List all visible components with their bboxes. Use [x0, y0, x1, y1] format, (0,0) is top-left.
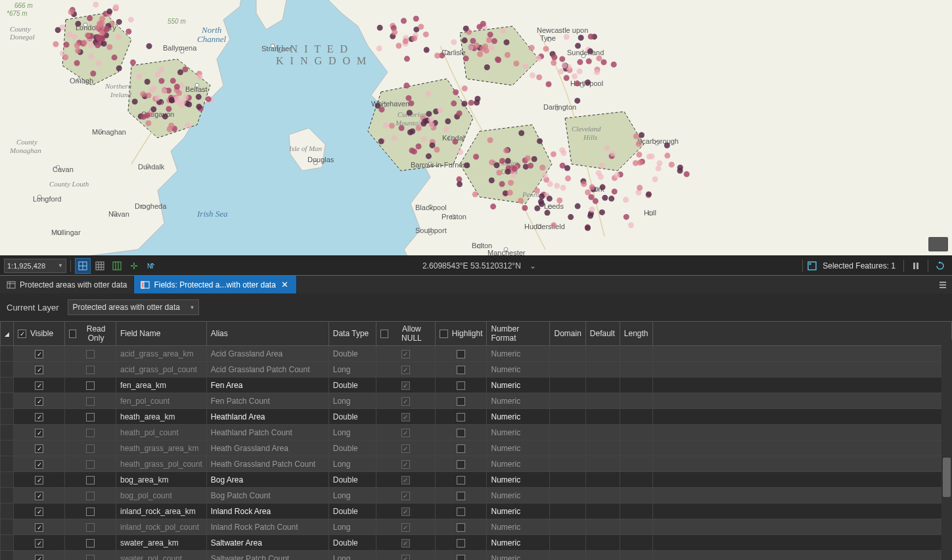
- header-field-name[interactable]: Field Name: [116, 322, 207, 346]
- cell-data-type[interactable]: Double: [329, 377, 376, 393]
- checkbox[interactable]: [35, 444, 43, 453]
- cell-field-name[interactable]: inland_rock_pol_count: [116, 519, 207, 535]
- cell-data-type[interactable]: Long: [329, 393, 376, 409]
- cell-length[interactable]: [620, 377, 652, 393]
- table-row[interactable]: heath_grass_pol_countHeath Grassland Pat…: [1, 456, 952, 472]
- cell-visible[interactable]: [14, 409, 65, 425]
- cell-visible[interactable]: [14, 393, 65, 409]
- checkbox[interactable]: [401, 413, 410, 421]
- cell-number-format[interactable]: Numeric: [487, 425, 550, 441]
- cell-default[interactable]: [585, 425, 620, 441]
- fields-grid[interactable]: ◢ Visible Read Only Field Name Alias Dat…: [0, 321, 952, 560]
- checkbox[interactable]: [457, 350, 465, 358]
- cell-default[interactable]: [585, 551, 620, 561]
- checkbox[interactable]: [401, 429, 410, 437]
- cell-readonly[interactable]: [65, 488, 116, 504]
- cell-data-type[interactable]: Long: [329, 456, 376, 472]
- table-row[interactable]: swater_pol_countSaltwater Patch CountLon…: [1, 551, 952, 561]
- tab-attribute-table[interactable]: Protected areas with otter data: [0, 276, 134, 293]
- cell-readonly[interactable]: [65, 551, 116, 561]
- cell-highlight[interactable]: [435, 425, 487, 441]
- cell-field-name[interactable]: bog_area_km: [116, 472, 207, 488]
- cell-field-name[interactable]: fen_area_km: [116, 377, 207, 393]
- cell-allow-null[interactable]: [376, 456, 435, 472]
- cell-highlight[interactable]: [435, 393, 487, 409]
- cell-domain[interactable]: [550, 488, 585, 504]
- cell-number-format[interactable]: Numeric: [487, 377, 550, 393]
- checkbox[interactable]: [401, 555, 410, 560]
- cell-number-format[interactable]: Numeric: [487, 409, 550, 425]
- checkbox[interactable]: [86, 460, 95, 469]
- cell-alias[interactable]: Bog Patch Count: [206, 488, 329, 504]
- cell-readonly[interactable]: [65, 362, 116, 377]
- cell-default[interactable]: [585, 504, 620, 519]
- cell-alias[interactable]: Fen Patch Count: [206, 393, 329, 409]
- checkbox[interactable]: [35, 555, 43, 560]
- checkbox[interactable]: [401, 539, 410, 548]
- cell-field-name[interactable]: heath_area_km: [116, 409, 207, 425]
- cell-highlight[interactable]: [435, 377, 487, 393]
- cell-default[interactable]: [585, 519, 620, 535]
- cell-highlight[interactable]: [435, 488, 487, 504]
- cell-domain[interactable]: [550, 504, 585, 519]
- cell-default[interactable]: [585, 409, 620, 425]
- close-icon[interactable]: ✕: [280, 280, 290, 290]
- checkbox[interactable]: [35, 492, 43, 500]
- cell-domain[interactable]: [550, 409, 585, 425]
- cell-alias[interactable]: Saltwater Area: [206, 535, 329, 551]
- table-row[interactable]: bog_area_kmBog AreaDoubleNumeric: [1, 472, 952, 488]
- checkbox[interactable]: [69, 330, 76, 338]
- table-row[interactable]: heath_area_kmHeathland AreaDoubleNumeric: [1, 409, 952, 425]
- checkbox[interactable]: [35, 460, 43, 469]
- checkbox[interactable]: [457, 476, 465, 485]
- cell-highlight[interactable]: [435, 456, 487, 472]
- cell-data-type[interactable]: Long: [329, 362, 376, 377]
- cell-alias[interactable]: Heathland Area: [206, 409, 329, 425]
- snap-grid-button[interactable]: [75, 258, 91, 274]
- cell-readonly[interactable]: [65, 456, 116, 472]
- cell-field-name[interactable]: swater_area_km: [116, 535, 207, 551]
- checkbox[interactable]: [401, 507, 410, 516]
- map-canvas[interactable]: 666 m *675 m 550 m County Donegal Northe…: [0, 0, 952, 255]
- cell-data-type[interactable]: Double: [329, 472, 376, 488]
- cell-data-type[interactable]: Double: [329, 346, 376, 362]
- cell-length[interactable]: [620, 504, 652, 519]
- cell-alias[interactable]: Inland Rock Area: [206, 504, 329, 519]
- cell-alias[interactable]: Bog Area: [206, 472, 329, 488]
- cell-visible[interactable]: [14, 441, 65, 456]
- checkbox[interactable]: [86, 539, 95, 548]
- cell-alias[interactable]: Heath Grassland Area: [206, 441, 329, 456]
- cell-domain[interactable]: [550, 535, 585, 551]
- cell-highlight[interactable]: [435, 535, 487, 551]
- cell-visible[interactable]: [14, 472, 65, 488]
- cell-visible[interactable]: [14, 519, 65, 535]
- table-row[interactable]: fen_area_kmFen AreaDoubleNumeric: [1, 377, 952, 393]
- checkbox[interactable]: [35, 413, 43, 421]
- cell-visible[interactable]: [14, 346, 65, 362]
- checkbox[interactable]: [457, 523, 465, 532]
- cell-number-format[interactable]: Numeric: [487, 393, 550, 409]
- cell-length[interactable]: [620, 519, 652, 535]
- header-data-type[interactable]: Data Type: [329, 322, 376, 346]
- header-allow-null[interactable]: Allow NULL: [376, 322, 435, 346]
- cell-visible[interactable]: [14, 362, 65, 377]
- cell-readonly[interactable]: [65, 346, 116, 362]
- checkbox[interactable]: [35, 429, 43, 437]
- map-mode-icon[interactable]: [928, 237, 948, 251]
- cell-field-name[interactable]: swater_pol_count: [116, 551, 207, 561]
- scale-combo[interactable]: 1:1,925,428 ▼: [4, 259, 66, 273]
- cell-allow-null[interactable]: [376, 535, 435, 551]
- cell-highlight[interactable]: [435, 441, 487, 456]
- checkbox[interactable]: [86, 555, 95, 560]
- table-row[interactable]: bog_pol_countBog Patch CountLongNumeric: [1, 488, 952, 504]
- cell-alias[interactable]: Heath Grassland Patch Count: [206, 456, 329, 472]
- cell-allow-null[interactable]: [376, 362, 435, 377]
- cell-default[interactable]: [585, 456, 620, 472]
- checkbox[interactable]: [86, 429, 95, 437]
- checkbox[interactable]: [86, 492, 95, 500]
- cell-alias[interactable]: Acid Grassland Area: [206, 346, 329, 362]
- corner-cell[interactable]: ◢: [1, 322, 14, 346]
- cell-allow-null[interactable]: [376, 425, 435, 441]
- cell-allow-null[interactable]: [376, 519, 435, 535]
- cell-domain[interactable]: [550, 456, 585, 472]
